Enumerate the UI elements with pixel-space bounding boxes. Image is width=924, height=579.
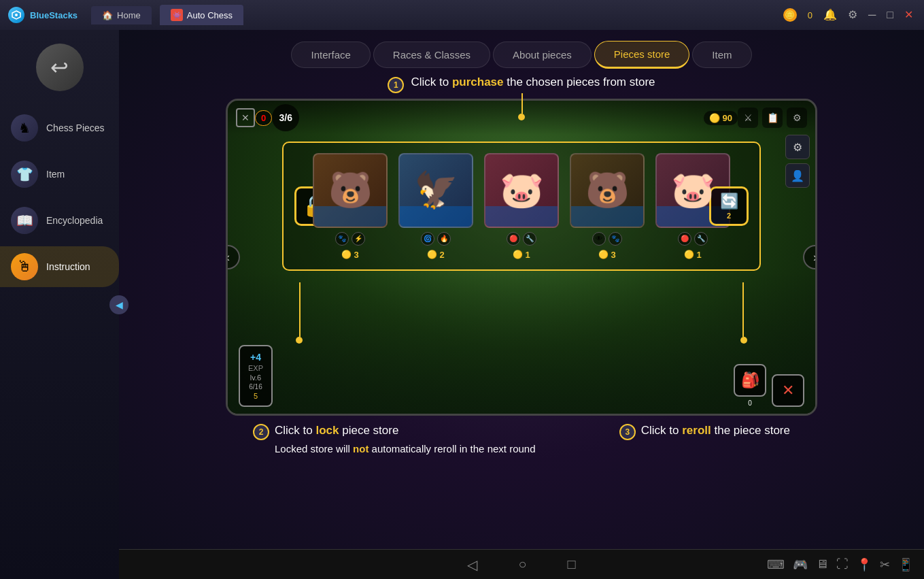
tab-about-pieces-label: About pieces	[513, 49, 572, 61]
tab-item[interactable]: Item	[692, 42, 751, 68]
sidebar-item-item[interactable]: 👕 Item	[0, 154, 119, 195]
refresh-button[interactable]: 🔄 2	[709, 186, 749, 226]
gamepad-icon[interactable]: 🎮	[793, 557, 808, 572]
item-label: Item	[46, 169, 65, 180]
game-frame: ‹ › ✕ 0 3/6	[226, 99, 817, 416]
game-settings-icon[interactable]: ⚙	[787, 107, 807, 128]
piece-card-1[interactable]: 🐻 🐾 ⚡ 🟡3	[313, 153, 388, 260]
piece-avatar-1: 🐻	[313, 153, 388, 228]
instruction-label: Instruction	[46, 261, 90, 272]
game-close-button[interactable]: ✕	[236, 108, 255, 127]
game-gold: 🟡90	[704, 111, 738, 125]
piece-card-3[interactable]: 🐷 🔴 🔧 🟡1	[484, 153, 559, 260]
annotation-container: 1 Click to purchase the chosen pieces fr…	[119, 74, 924, 579]
chess-pieces-icon: ♞	[11, 114, 38, 142]
piece-3-cost: 🟡1	[513, 250, 530, 260]
piece-avatar-4: 🐻	[570, 153, 645, 228]
annotation-2-line1: Click to lock piece store	[275, 423, 398, 439]
game-screenshot: ✕ 0 3/6 🟡90 ⚔	[228, 101, 815, 414]
game-book-icon[interactable]: 📋	[762, 107, 783, 128]
piece-card-4[interactable]: 🐻 👁 🐾 🟡3	[570, 153, 645, 260]
sidebar-item-instruction[interactable]: 🖱 Instruction	[0, 246, 119, 287]
annotation-3-text: Click to reroll the piece store	[641, 423, 790, 439]
game-top-icons: ⚔ 📋 ⚙	[738, 107, 807, 128]
game-side-icons: ⚙ 👤	[785, 135, 810, 188]
tab-about-pieces[interactable]: About pieces	[493, 42, 592, 68]
bluestacks-bottom-icons: ⌨ 🎮 🖥 ⛶ 📍 ✂ 📱	[767, 557, 913, 572]
tab-item-label: Item	[712, 49, 732, 61]
exp-sub: EXP	[248, 364, 263, 372]
game-score: 0	[255, 110, 272, 126]
android-home-icon[interactable]: ○	[518, 557, 526, 572]
game-tab-icon: 👾	[171, 9, 183, 21]
keyboard-icon[interactable]: ⌨	[767, 557, 785, 572]
encyclopedia-label: Encyclopedia	[46, 215, 103, 226]
home-tab-label: Home	[117, 10, 141, 20]
tab-races-classes[interactable]: Races & Classes	[373, 42, 490, 68]
piece-2-icons: 🌀 🔥	[421, 232, 451, 246]
exp-cost: 5	[254, 392, 258, 400]
piece-1-cost: 🟡3	[341, 250, 358, 260]
side-settings-icon[interactable]: ⚙	[785, 135, 810, 159]
tab-interface[interactable]: Interface	[291, 42, 370, 68]
piece-5-icons: 🔴 🔧	[678, 232, 708, 246]
coin-count: 0	[808, 10, 812, 20]
sidebar-collapse-arrow[interactable]: ◀	[109, 295, 129, 314]
back-button[interactable]: ↩	[36, 44, 84, 91]
piece-5-cost: 🟡1	[684, 250, 701, 260]
top-annotation: 1 Click to purchase the chosen pieces fr…	[388, 74, 655, 93]
item-icon: 👕	[11, 161, 38, 188]
instruction-icon: 🖱	[11, 253, 38, 280]
refresh-cost: 2	[727, 212, 731, 220]
notification-icon[interactable]: 🔔	[823, 10, 837, 20]
exp-button[interactable]: +4 EXP lv.6 6/16 5	[239, 345, 273, 407]
tab-bar: Interface Races & Classes About pieces P…	[119, 30, 924, 74]
maximize-icon[interactable]: □	[887, 10, 893, 20]
exp-label: +4	[250, 352, 261, 363]
sidebar: ↩ ♞ Chess Pieces 👕 Item 📖 Encyclopedia 🖱…	[0, 30, 119, 579]
expand-icon[interactable]: ⛶	[836, 557, 849, 572]
shop-area: 🔓 🐻 🐾 ⚡	[282, 142, 761, 271]
android-recents-icon[interactable]: □	[568, 557, 576, 572]
chess-pieces-label: Chess Pieces	[46, 122, 105, 133]
piece-card-2[interactable]: 🦅 🌀 🔥 🟡2	[398, 153, 473, 260]
refresh-icon: 🔄	[720, 193, 738, 210]
settings-icon[interactable]: ⚙	[848, 10, 857, 20]
close-icon[interactable]: ✕	[904, 10, 913, 20]
tab-pieces-store[interactable]: Pieces store	[594, 41, 690, 69]
minimize-icon[interactable]: ─	[868, 10, 876, 20]
sell-label: 0	[748, 399, 752, 407]
game-sword-icon[interactable]: ⚔	[738, 107, 758, 128]
annotation-2-line2: Locked store will not automatically rero…	[275, 442, 536, 456]
title-bar: BlueStacks 🏠 Home 👾 Auto Chess 🪙 0 🔔 ⚙ ─…	[0, 0, 924, 30]
scissors-icon[interactable]: ✂	[880, 557, 890, 572]
content-area: Interface Races & Classes About pieces P…	[119, 30, 924, 579]
coin-icon: 🪙	[783, 8, 797, 22]
piece-1-icons: 🐾 ⚡	[335, 232, 365, 246]
side-profile-icon[interactable]: 👤	[785, 163, 810, 188]
phone-icon[interactable]: 📱	[898, 557, 913, 572]
home-icon: 🏠	[102, 10, 113, 20]
tab-interface-label: Interface	[311, 49, 350, 61]
discard-button[interactable]: ✕	[772, 374, 804, 407]
piece-2-cost: 🟡2	[427, 250, 444, 260]
sidebar-item-encyclopedia[interactable]: 📖 Encyclopedia	[0, 200, 119, 241]
sidebar-item-chess-pieces[interactable]: ♞ Chess Pieces	[0, 107, 119, 148]
encyclopedia-icon: 📖	[11, 207, 38, 234]
tab-pieces-store-label: Pieces store	[614, 48, 670, 60]
piece-4-icons: 👁 🐾	[592, 232, 622, 246]
screen-icon[interactable]: 🖥	[816, 557, 828, 572]
piece-avatar-3: 🐷	[484, 153, 559, 228]
location-icon[interactable]: 📍	[857, 557, 872, 572]
sell-button[interactable]: 🎒	[734, 364, 766, 397]
android-back-icon[interactable]: ◁	[467, 557, 477, 573]
svg-point-1	[15, 14, 18, 16]
game-bottom: +4 EXP lv.6 6/16 5 🎒 0	[228, 271, 815, 414]
bottom-annotations: 2 Click to lock piece store Locked store…	[226, 416, 817, 456]
home-tab[interactable]: 🏠 Home	[91, 6, 152, 24]
game-tab[interactable]: 👾 Auto Chess	[160, 5, 243, 25]
back-icon: ↩	[50, 54, 69, 80]
android-nav-bar: ◁ ○ □ ⌨ 🎮 🖥 ⛶ 📍 ✂ 📱	[119, 549, 924, 579]
brand-label: BlueStacks	[30, 10, 78, 20]
annotation-2: 2 Click to lock piece store Locked store…	[253, 421, 536, 456]
